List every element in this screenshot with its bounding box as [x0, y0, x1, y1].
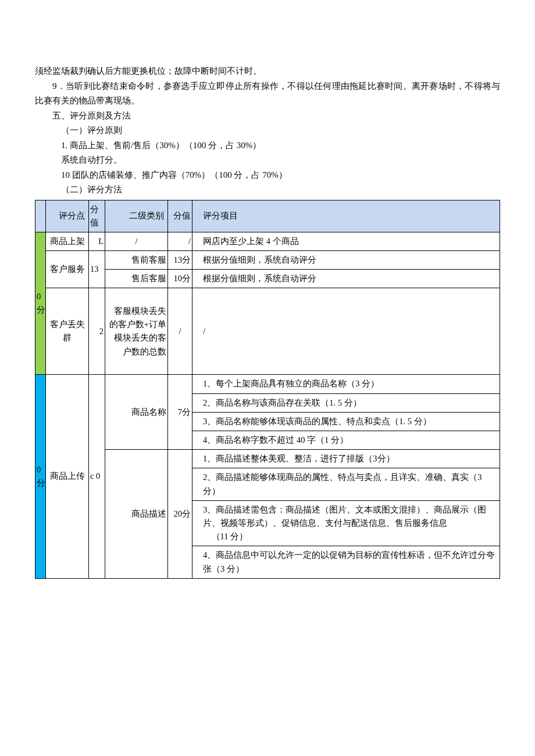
cell-scoring-item: 4、商品名称字数不超过 40 字（1 分） — [192, 431, 500, 450]
scoring-table: 评分点 分值 二级类别 分值 评分项目 0分 商品上架 L / / 网店内至少上… — [35, 200, 500, 579]
table-row: 0分 商品上架 L / / 网店内至少上架 4 个商品 — [35, 232, 500, 250]
cell-scoring-item: 2、商品描述能够体现商品的属性、特点与卖点，且详实、准确、真实（3 分） — [192, 468, 500, 500]
cell-scoring-point: 客户服务 — [46, 251, 89, 288]
cell-category: 售前客服 — [105, 251, 168, 270]
table-header-row: 评分点 分值 二级类别 分值 评分项目 — [35, 200, 500, 232]
cell-scoring-item: 根据分值细则，系统自动评分 — [192, 251, 500, 270]
cell-scoring-item: 网店内至少上架 4 个商品 — [192, 232, 500, 250]
cell-sub-value: / — [168, 232, 192, 250]
header-category: 二级类别 — [105, 200, 168, 232]
cell-scoring-item: 根据分值细则，系统自动评分 — [192, 270, 500, 288]
cell-scoring-item: 3、商品描述需包含：商品描述（图片、文本或图文混排）、商品展示（图片、视频等形式… — [192, 500, 500, 546]
table-row: 客户服务 13 售前客服 13分 根据分值细则，系统自动评分 — [35, 251, 500, 270]
cell-score-value: L — [89, 232, 105, 250]
cell-sub-value: 20分 — [168, 450, 192, 579]
paragraph-rule-continue: 须经监场裁判确认后方能更换机位；故障中断时间不计时。 — [35, 64, 500, 79]
section-blue-label: 0分 — [35, 375, 46, 578]
section-green-label: 0分 — [35, 232, 46, 375]
header-scoring-item: 评分项目 — [192, 200, 500, 232]
cell-scoring-item: 1、商品描述整体美观、整洁，进行了排版（3分） — [192, 450, 500, 468]
cell-sub-value: 13分 — [168, 251, 192, 270]
cell-category: / — [105, 232, 168, 250]
table-row: 客户丢失群 2 客服模块丢失的客户数+订单模块丢失的客户数的总数 / / — [35, 288, 500, 375]
header-sub-value: 分值 — [168, 200, 192, 232]
table-row: 0分 商品上传 c 0 商品名称 7分 1、每个上架商品具有独立的商品名称（3 … — [35, 375, 500, 393]
cell-score-value: c 0 — [89, 375, 105, 578]
cell-score-value: 13 — [89, 251, 105, 288]
header-scoring-point: 评分点 — [46, 200, 89, 232]
heading-scoring-principle: （一）评分原则 — [35, 123, 500, 138]
heading-scoring-method: （二）评分方法 — [35, 182, 500, 198]
cell-category: 售后客服 — [105, 270, 168, 288]
cell-scoring-point: 客户丢失群 — [46, 288, 89, 375]
cell-sub-value: 10分 — [168, 270, 192, 288]
cell-sub-value: / — [168, 288, 192, 375]
cell-scoring-item: 4、商品信息中可以允许一定的以促销为目标的宣传性标语，但不允许过分夸张（3 分） — [192, 546, 500, 578]
cell-scoring-item: 1、每个上架商品具有独立的商品名称（3 分） — [192, 375, 500, 393]
table-row: 售后客服 10分 根据分值细则，系统自动评分 — [35, 270, 500, 288]
scoring-principle-1: 1. 商品上架、售前/售后（30%）（100 分，占 30%） — [35, 138, 500, 153]
heading-scoring: 五、评分原则及方法 — [35, 109, 500, 124]
cell-scoring-item: 3、商品名称能够体现该商品的属性、特点和卖点（1. 5 分） — [192, 412, 500, 431]
cell-scoring-point: 商品上传 — [46, 375, 89, 578]
header-score-value: 分值 — [89, 200, 105, 232]
cell-sub-value: 7分 — [168, 375, 192, 450]
scoring-principle-1b: 系统自动打分。 — [35, 153, 500, 168]
cell-scoring-item: 2、商品名称与该商品存在关联（1. 5 分） — [192, 393, 500, 412]
scoring-principle-2: 10 团队的店铺装修、推广内容（70%）（100 分，占 70%） — [35, 168, 500, 183]
cell-category: 商品描述 — [105, 450, 168, 579]
cell-category: 商品名称 — [105, 375, 168, 450]
cell-score-value: 2 — [89, 288, 105, 375]
cell-scoring-item: / — [192, 288, 500, 375]
cell-category: 客服模块丢失的客户数+订单模块丢失的客户数的总数 — [105, 288, 168, 375]
cell-scoring-point: 商品上架 — [46, 232, 89, 250]
paragraph-rule-9: 9．当听到比赛结束命令时，参赛选手应立即停止所有操作，不得以任何理由拖延比赛时间… — [35, 79, 500, 109]
table-row: 商品描述 20分 1、商品描述整体美观、整洁，进行了排版（3分） — [35, 450, 500, 468]
header-blank — [35, 200, 46, 232]
